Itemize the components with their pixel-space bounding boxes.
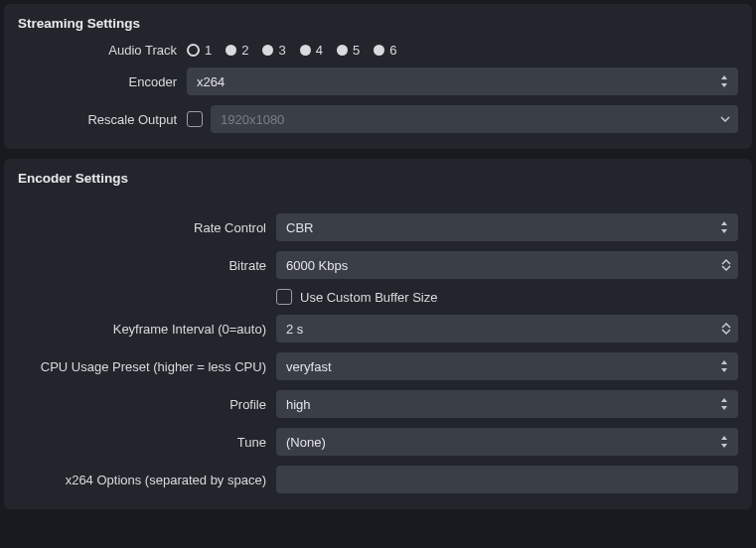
audio-track-radio-1[interactable]: 1 [187, 43, 212, 58]
streaming-settings-panel: Streaming Settings Audio Track 1 2 3 4 5… [4, 4, 752, 149]
keyframe-label: Keyframe Interval (0=auto) [18, 322, 276, 337]
profile-label: Profile [18, 397, 276, 412]
updown-icon [716, 390, 732, 418]
cpu-preset-value: veryfast [286, 359, 332, 374]
tune-label: Tune [18, 435, 276, 450]
audio-track-radio-3[interactable]: 3 [262, 43, 285, 58]
bitrate-spinbox[interactable]: 6000 Kbps [276, 251, 738, 279]
tune-value: (None) [286, 435, 326, 450]
bitrate-value: 6000 Kbps [286, 258, 348, 273]
encoder-select[interactable]: x264 [187, 68, 738, 95]
audio-track-radio-6[interactable]: 6 [374, 43, 396, 58]
updown-icon [716, 428, 732, 456]
rate-control-select[interactable]: CBR [276, 213, 738, 241]
updown-icon [716, 68, 732, 95]
encoder-value: x264 [197, 74, 225, 89]
cpu-preset-label: CPU Usage Preset (higher = less CPU) [18, 359, 276, 374]
tune-select[interactable]: (None) [276, 428, 738, 456]
updown-icon [716, 213, 732, 241]
audio-track-label: Audio Track [18, 43, 187, 58]
custom-buffer-checkbox[interactable] [276, 289, 292, 305]
keyframe-value: 2 s [286, 322, 303, 337]
audio-track-radio-5[interactable]: 5 [337, 43, 360, 58]
streaming-title: Streaming Settings [18, 16, 738, 31]
spin-down-icon[interactable] [721, 265, 731, 271]
profile-select[interactable]: high [276, 390, 738, 418]
audio-track-radio-4[interactable]: 4 [300, 43, 323, 58]
bitrate-label: Bitrate [18, 258, 276, 273]
rate-control-label: Rate Control [18, 220, 276, 235]
rescale-placeholder: 1920x1080 [221, 112, 284, 127]
audio-track-radio-group: 1 2 3 4 5 6 [187, 43, 738, 58]
keyframe-spinbox[interactable]: 2 s [276, 315, 738, 342]
encoder-settings-panel: Encoder Settings Rate Control CBR Bitrat… [4, 159, 752, 509]
rescale-label: Rescale Output [18, 112, 187, 127]
rescale-dropdown[interactable]: 1920x1080 [211, 105, 738, 133]
audio-track-radio-2[interactable]: 2 [226, 43, 248, 58]
x264-opts-input[interactable] [276, 466, 738, 493]
encoder-title: Encoder Settings [18, 171, 738, 186]
x264-opts-label: x264 Options (separated by space) [18, 473, 276, 487]
rescale-checkbox[interactable] [187, 111, 203, 127]
cpu-preset-select[interactable]: veryfast [276, 352, 738, 380]
custom-buffer-label: Use Custom Buffer Size [300, 290, 437, 305]
updown-icon [716, 352, 732, 380]
encoder-label: Encoder [18, 74, 187, 89]
rate-control-value: CBR [286, 220, 313, 235]
spin-down-icon[interactable] [721, 329, 731, 335]
profile-value: high [286, 397, 311, 412]
chevron-down-icon [720, 105, 730, 133]
